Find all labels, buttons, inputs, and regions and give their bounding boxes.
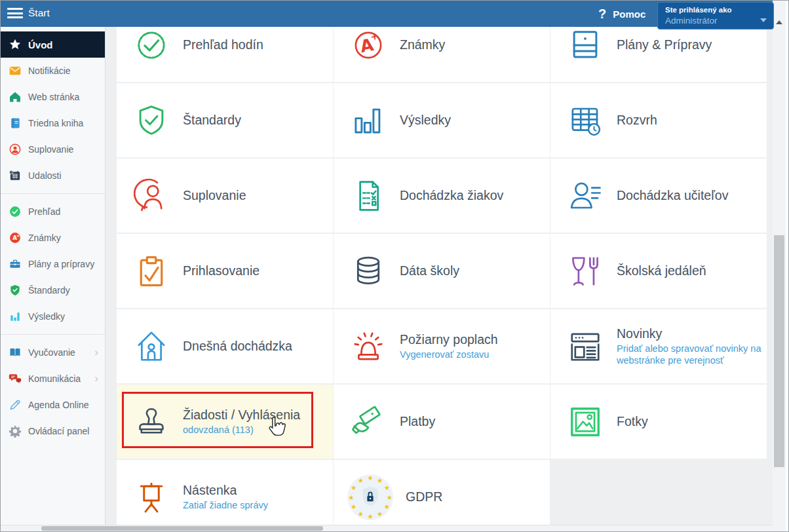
tile-label: Školská jedáleň <box>617 263 706 278</box>
no-messages-link[interactable]: Zatiaľ žiadne správy <box>183 499 268 511</box>
sidebar-item-vyucovanie[interactable]: Vyučovanie › <box>1 339 105 366</box>
tile-label: Nástenka <box>183 483 268 498</box>
sidebar-item-uvod[interactable]: Úvod <box>1 31 105 58</box>
sidebar-item-ovladaci-panel[interactable]: Ovládací panel <box>1 418 105 444</box>
svg-text:★: ★ <box>384 503 390 510</box>
svg-text:+: + <box>370 29 379 42</box>
vertical-scrollbar-thumb[interactable] <box>774 235 784 467</box>
person-circle-icon <box>7 143 23 156</box>
sidebar-item-vysledky[interactable]: Výsledky <box>1 303 105 330</box>
start-menu-label[interactable]: Štart <box>28 7 50 19</box>
sidebar-item-agenda-online[interactable]: Agenda Online <box>1 392 105 418</box>
chat-bubbles-icon <box>7 372 23 385</box>
logged-in-as-label: Ste prihlásený ako <box>665 6 732 14</box>
tile-nastenka[interactable]: Nástenka Zatiaľ žiadne správy <box>117 460 333 532</box>
envelope-icon <box>7 64 23 77</box>
sidebar-item-udalosti[interactable]: Udalosti <box>1 162 105 189</box>
tile-rozvrh[interactable]: Rozvrh <box>550 83 767 157</box>
tile-novinky[interactable]: Novinky Pridať alebo spravovať novinky n… <box>550 309 767 383</box>
pencil-icon <box>7 398 23 411</box>
tile-label: Novinky <box>617 326 767 341</box>
sidebar-divider <box>1 334 105 335</box>
open-book-icon <box>7 346 23 359</box>
tile-dnesna-dochadzka[interactable]: Dnešná dochádzka <box>117 309 333 383</box>
bar-chart-icon <box>7 310 23 323</box>
sidebar-item-suplovanie[interactable]: Suplovanie <box>1 136 105 162</box>
user-role-dropdown[interactable]: Ste prihlásený ako Administrátor <box>657 2 774 29</box>
hamburger-menu-icon[interactable] <box>7 8 23 20</box>
tile-label: Známky <box>400 37 445 52</box>
photo-icon <box>567 404 604 440</box>
tile-skolska-jedalen[interactable]: Školská jedáleň <box>550 234 767 308</box>
tile-suplovanie[interactable]: Suplovanie <box>117 159 333 233</box>
tile-label: Prehľad hodín <box>183 37 263 52</box>
tile-label: Prihlasovanie <box>183 263 260 278</box>
person-substitution-icon <box>133 178 170 214</box>
tile-label: Dochádzka učiteľov <box>617 188 728 203</box>
star-icon <box>7 38 23 51</box>
tile-label: Rozvrh <box>617 113 657 128</box>
svg-text:★: ★ <box>367 474 373 482</box>
horizontal-scrollbar-thumb[interactable] <box>41 526 323 531</box>
sidebar-item-komunikacia[interactable]: Komunikácia › <box>1 366 105 392</box>
sidebar-item-label: Úvod <box>28 39 53 50</box>
sidebar-item-label: Prehľad <box>28 206 60 217</box>
svg-text:+: + <box>16 234 20 238</box>
sidebar-item-web-stranka[interactable]: Web stránka <box>1 84 105 110</box>
tile-prihlasovanie[interactable]: Prihlasovanie <box>117 234 333 308</box>
chevron-right-icon: › <box>94 346 98 359</box>
shield-check-icon <box>7 284 23 297</box>
tile-label: Štandardy <box>183 113 241 128</box>
sidebar-item-label: Notifikácie <box>28 66 71 76</box>
sidebar-item-label: Web stránka <box>28 92 79 102</box>
tile-label: Požiarny poplach <box>400 332 498 347</box>
help-button[interactable]: ? Pomoc <box>598 1 645 27</box>
manage-news-link[interactable]: Pridať alebo spravovať novinky na webstr… <box>617 343 767 366</box>
drawers-icon <box>567 28 604 63</box>
seal-check-icon <box>133 28 170 63</box>
tile-fotky[interactable]: Fotky <box>550 385 767 459</box>
generate-report-link[interactable]: Vygenerovať zostavu <box>400 349 498 360</box>
tile-poziarny-poplach[interactable]: Požiarny poplach Vygenerovať zostavu <box>334 309 550 383</box>
sidebar-item-notifikacie[interactable]: Notifikácie <box>1 58 105 84</box>
shield-check-icon <box>133 103 170 138</box>
svg-text:★: ★ <box>358 476 364 484</box>
app-window: Prehľad hodín A+ Známky Plány & Prípravy… <box>0 0 789 532</box>
sidebar-item-prehlad[interactable]: Prehľad <box>1 199 105 225</box>
tile-vysledky[interactable]: Výsledky <box>334 83 550 157</box>
tile-standardy[interactable]: Štandardy <box>117 83 333 157</box>
cutlery-icon <box>567 254 604 289</box>
sidebar-item-triedna-kniha[interactable]: Triedna kniha <box>1 110 105 136</box>
tile-dochadzka-ucitelov[interactable]: Dochádzka učiteľov <box>550 159 767 233</box>
stamp-icon <box>133 404 170 440</box>
sidebar-item-label: Agenda Online <box>28 400 89 410</box>
sidebar-item-znamky[interactable]: A+ Známky <box>1 225 105 251</box>
sidebar-item-label: Ovládací panel <box>28 426 89 436</box>
gdpr-stars-lock-icon: ★★★★★★★★★★★★ <box>343 472 398 523</box>
tile-data-skoly[interactable]: Dáta školy <box>334 234 550 308</box>
svg-text:★: ★ <box>348 493 354 501</box>
circle-a-plus-icon: A+ <box>7 231 23 244</box>
svg-text:★: ★ <box>358 509 364 517</box>
tile-label: Plány & Prípravy <box>617 37 712 52</box>
scroll-up-arrow-icon[interactable] <box>776 20 782 24</box>
attendance-checklist-icon <box>350 178 387 214</box>
hand-cursor-icon <box>266 416 286 441</box>
window-right-margin <box>786 1 789 532</box>
tile-gdpr[interactable]: ★★★★★★★★★★★★ GDPR <box>334 460 550 532</box>
briefcase-icon <box>7 257 23 271</box>
sidebar-item-plany-a-pripravy[interactable]: Plány a prípravy <box>1 251 105 277</box>
calendar-clock-icon <box>7 169 23 182</box>
sidebar-item-standardy[interactable]: Štandardy <box>1 277 105 303</box>
person-lines-icon <box>567 178 604 214</box>
sidebar-item-label: Známky <box>28 233 61 243</box>
sidebar-item-label: Komunikácia <box>28 373 81 384</box>
tile-ziadosti-vyhlasenia[interactable]: Žiadosti / Vyhlásenia odovzdaná (113) <box>117 385 333 459</box>
tile-platby[interactable]: Platby <box>334 385 550 459</box>
easel-icon <box>133 480 170 515</box>
tile-dochadzka-ziakov[interactable]: Dochádzka žiakov <box>334 159 550 233</box>
sidebar: Úvod Notifikácie Web stránka Triedna kni… <box>1 27 106 525</box>
chevron-right-icon: › <box>94 372 98 385</box>
sidebar-item-label: Triedna kniha <box>28 118 83 128</box>
sidebar-item-label: Udalosti <box>28 170 62 181</box>
